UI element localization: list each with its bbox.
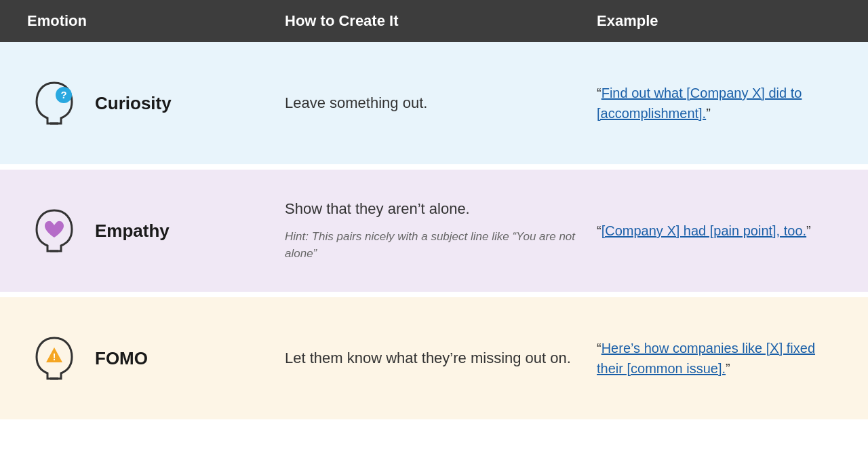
header-emotion: Emotion — [27, 12, 285, 30]
example-prefix-empathy: “ — [597, 223, 601, 238]
example-suffix-empathy: ” — [806, 223, 811, 238]
how-to-main-fomo: Let them know what they’re missing out o… — [285, 348, 576, 369]
divider-2 — [0, 292, 868, 297]
empathy-icon — [27, 204, 81, 258]
how-to-empathy: Show that they aren’t alone. Hint: This … — [285, 199, 597, 263]
emotion-label-empathy: Empathy — [95, 221, 170, 242]
svg-text:?: ? — [60, 89, 66, 100]
emotion-label-fomo: FOMO — [95, 348, 148, 369]
example-fomo: “Here’s how companies like [X] fixed the… — [597, 338, 841, 379]
example-curiosity: “Find out what [Company X] did to [accom… — [597, 83, 841, 124]
svg-text:!: ! — [53, 352, 56, 362]
how-to-curiosity: Leave something out. — [285, 93, 597, 114]
table-row: Empathy Show that they aren’t alone. Hin… — [0, 170, 868, 292]
example-link-curiosity[interactable]: Find out what [Company X] did to [accomp… — [597, 86, 802, 121]
table-header: Emotion How to Create It Example — [0, 0, 868, 42]
emotion-cell-fomo: ! FOMO — [27, 331, 285, 385]
emotion-cell-empathy: Empathy — [27, 204, 285, 258]
header-how-to: How to Create It — [285, 12, 597, 30]
example-suffix-fomo: ” — [726, 361, 730, 376]
emotion-label-curiosity: Curiosity — [95, 93, 172, 114]
divider-1 — [0, 164, 868, 170]
how-to-main-empathy: Show that they aren’t alone. — [285, 199, 576, 220]
example-empathy: “[Company X] had [pain point], too.” — [597, 221, 841, 241]
example-link-fomo[interactable]: Here’s how companies like [X] fixed thei… — [597, 341, 815, 376]
curiosity-icon: ? — [27, 76, 81, 130]
fomo-icon: ! — [27, 331, 81, 385]
example-prefix-fomo: “ — [597, 341, 601, 356]
header-example: Example — [597, 12, 841, 30]
table-row: ! FOMO Let them know what they’re missin… — [0, 297, 868, 419]
how-to-fomo: Let them know what they’re missing out o… — [285, 348, 597, 369]
table-row: ? Curiosity Leave something out. “Find o… — [0, 42, 868, 164]
how-to-main-curiosity: Leave something out. — [285, 93, 576, 114]
emotion-cell-curiosity: ? Curiosity — [27, 76, 285, 130]
example-suffix-curiosity: ” — [706, 106, 711, 121]
example-prefix-curiosity: “ — [597, 86, 601, 100]
example-link-empathy[interactable]: [Company X] had [pain point], too. — [601, 223, 806, 238]
how-to-hint-empathy: Hint: This pairs nicely with a subject l… — [285, 228, 576, 263]
